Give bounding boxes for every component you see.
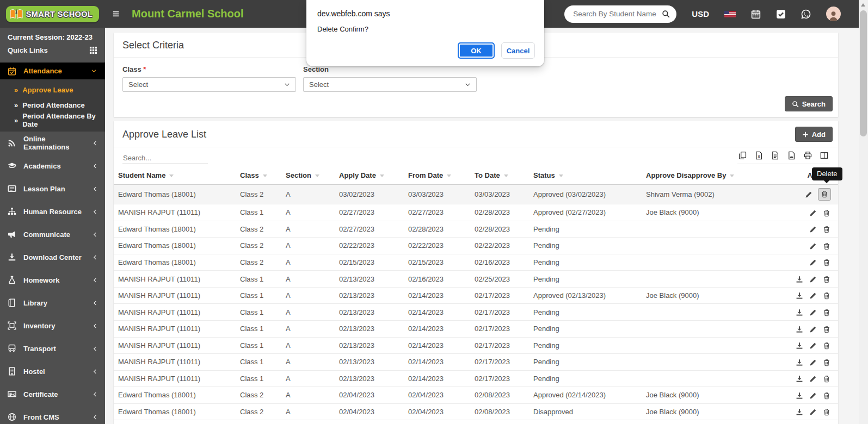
sidebar-item-human-resource[interactable]: Human Resource bbox=[0, 200, 105, 223]
dialog-ok-button[interactable]: OK bbox=[458, 42, 495, 59]
column-header-section[interactable]: Section bbox=[281, 166, 335, 185]
delete-button[interactable] bbox=[823, 259, 830, 266]
edit-button[interactable] bbox=[805, 191, 812, 198]
class-select[interactable]: Select bbox=[122, 77, 296, 92]
currency-selector[interactable]: USD bbox=[692, 9, 709, 18]
student-search-input[interactable] bbox=[573, 10, 658, 18]
edit-button[interactable] bbox=[809, 375, 817, 383]
pdf-icon[interactable] bbox=[787, 151, 796, 160]
download-button[interactable] bbox=[796, 326, 803, 333]
page-scrollbar[interactable] bbox=[859, 0, 868, 424]
table-search-input[interactable] bbox=[122, 152, 208, 164]
delete-button[interactable] bbox=[823, 342, 830, 350]
sidebar-item-academics[interactable]: Academics bbox=[0, 154, 105, 177]
delete-button[interactable] bbox=[823, 326, 830, 333]
edit-button[interactable] bbox=[809, 292, 817, 300]
csv-icon[interactable] bbox=[771, 151, 779, 160]
edit-button[interactable] bbox=[809, 259, 817, 266]
whatsapp-icon[interactable] bbox=[801, 9, 811, 19]
sidebar-item-transport[interactable]: Transport bbox=[0, 337, 105, 360]
delete-button[interactable] bbox=[823, 276, 830, 283]
sidebar-item-library[interactable]: Library bbox=[0, 291, 105, 314]
excel-icon[interactable]: x bbox=[755, 151, 763, 160]
scrollbar-thumb[interactable] bbox=[860, 10, 867, 136]
download-icon bbox=[8, 253, 16, 261]
download-button[interactable] bbox=[796, 359, 803, 366]
edit-button[interactable] bbox=[809, 326, 817, 333]
edit-button[interactable] bbox=[809, 309, 817, 316]
download-button[interactable] bbox=[796, 392, 803, 400]
section-select[interactable]: Select bbox=[303, 77, 477, 92]
delete-button[interactable] bbox=[823, 226, 830, 233]
quick-links[interactable]: Quick Links bbox=[0, 41, 105, 61]
table-row: MANISH RAJPUT (11011)Class 1A02/13/20230… bbox=[114, 304, 838, 321]
sidebar-subitem-period-attendance-by-date[interactable]: »Period Attendance By Date bbox=[0, 113, 105, 128]
cell-status: Pending bbox=[529, 238, 642, 254]
bullhorn-icon bbox=[8, 230, 16, 239]
search-icon[interactable] bbox=[662, 10, 670, 18]
edit-button[interactable] bbox=[809, 392, 817, 400]
column-header-to-date[interactable]: To Date bbox=[470, 166, 529, 185]
column-header-apply-date[interactable]: Apply Date bbox=[335, 166, 404, 185]
sidebar-item-online-examinations[interactable]: Online Examinations bbox=[0, 132, 105, 154]
scrollbar-up-arrow[interactable] bbox=[861, 3, 865, 7]
current-session-label: Current Session: 2022-23 bbox=[0, 28, 105, 41]
certificate-icon bbox=[8, 390, 16, 398]
delete-button[interactable] bbox=[823, 408, 830, 416]
sidebar-item-hostel[interactable]: Hostel bbox=[0, 360, 105, 383]
calendar-icon[interactable] bbox=[751, 9, 761, 19]
sidebar-item-attendance[interactable]: Attendance bbox=[0, 63, 105, 79]
copy-icon[interactable] bbox=[738, 151, 747, 160]
edit-button[interactable] bbox=[809, 359, 817, 366]
chevron-down-icon bbox=[91, 68, 97, 74]
delete-button[interactable] bbox=[823, 359, 830, 366]
edit-button[interactable] bbox=[809, 276, 817, 283]
delete-button[interactable] bbox=[823, 309, 830, 316]
hamburger-menu-icon[interactable] bbox=[112, 10, 120, 17]
download-button[interactable] bbox=[796, 276, 803, 283]
delete-button[interactable] bbox=[823, 375, 830, 383]
sidebar-subitem-approve-leave[interactable]: »Approve Leave bbox=[0, 82, 105, 97]
sidebar-item-front-cms[interactable]: Front CMS bbox=[0, 406, 105, 424]
sidebar-item-inventory[interactable]: Inventory bbox=[0, 314, 105, 337]
app-logo[interactable]: SMART SCHOOL bbox=[0, 0, 105, 28]
delete-button[interactable] bbox=[823, 292, 830, 300]
search-button[interactable]: Search bbox=[785, 96, 833, 111]
columns-icon[interactable] bbox=[820, 151, 828, 160]
edit-button[interactable] bbox=[809, 242, 817, 250]
column-header-from-date[interactable]: From Date bbox=[404, 166, 470, 185]
todo-check-icon[interactable] bbox=[776, 9, 786, 19]
sidebar-item-download-center[interactable]: Download Center bbox=[0, 246, 105, 269]
edit-button[interactable] bbox=[809, 209, 817, 217]
column-header-class[interactable]: Class bbox=[236, 166, 281, 185]
sidebar-item-lesson-plan[interactable]: Lesson Plan bbox=[0, 177, 105, 200]
sidebar-item-communicate[interactable]: Communicate bbox=[0, 223, 105, 246]
download-button[interactable] bbox=[796, 342, 803, 350]
sidebar-subitem-period-attendance[interactable]: »Period Attendance bbox=[0, 97, 105, 113]
edit-button[interactable] bbox=[809, 408, 817, 416]
dialog-cancel-button[interactable]: Cancel bbox=[501, 42, 535, 59]
column-header-approve-disapprove-by[interactable]: Approve Disapprove By bbox=[642, 166, 776, 185]
delete-button[interactable] bbox=[823, 392, 830, 400]
add-button[interactable]: Add bbox=[795, 127, 833, 142]
language-flag-icon[interactable] bbox=[724, 11, 736, 17]
column-header-student-name[interactable]: Student Name bbox=[114, 166, 236, 185]
sidebar-item-homework[interactable]: Homework bbox=[0, 269, 105, 291]
avatar[interactable] bbox=[826, 7, 841, 21]
download-button[interactable] bbox=[796, 309, 803, 316]
delete-button[interactable] bbox=[818, 189, 830, 200]
delete-button[interactable] bbox=[823, 209, 830, 217]
chevron-left-icon bbox=[93, 300, 97, 306]
table-row: Edward Thomas (18001)Class 2A03/02/20230… bbox=[114, 185, 838, 204]
download-button[interactable] bbox=[796, 292, 803, 300]
cell-to_date: 02/17/2023 bbox=[470, 337, 529, 354]
download-button[interactable] bbox=[796, 375, 803, 383]
cell-section: A bbox=[281, 320, 335, 337]
print-icon[interactable] bbox=[804, 151, 812, 160]
download-button[interactable] bbox=[796, 408, 803, 416]
sidebar-item-certificate[interactable]: Certificate bbox=[0, 383, 105, 406]
edit-button[interactable] bbox=[809, 342, 817, 350]
edit-button[interactable] bbox=[809, 226, 817, 233]
delete-button[interactable] bbox=[823, 242, 830, 250]
column-header-status[interactable]: Status bbox=[529, 166, 642, 185]
